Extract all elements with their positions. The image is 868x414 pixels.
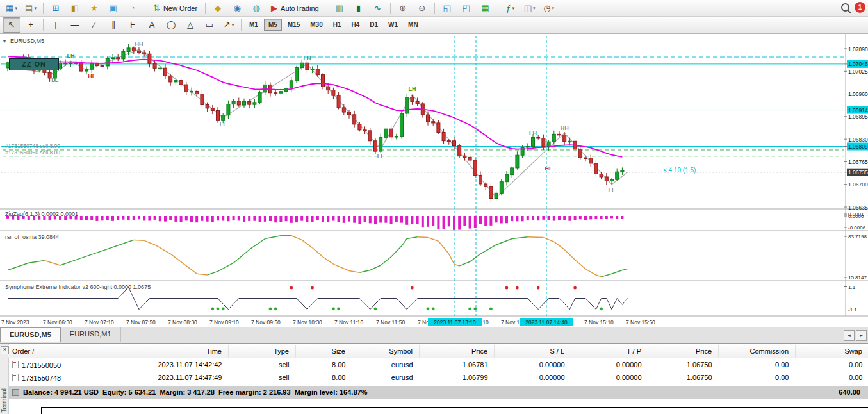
column-header-t-p[interactable]: T / P [571,345,648,358]
metaeditor-button[interactable]: ◆ [209,1,227,16]
ma-line [8,56,622,157]
profiles-button[interactable]: ▤▾ [22,1,40,16]
dropdown-caret-icon[interactable]: ▾ [512,6,514,11]
svg-text:LL: LL [377,153,384,160]
order-icon [12,361,19,368]
symphonie-red-dot [516,286,519,290]
timeframe-m15-button[interactable]: M15 [283,19,304,31]
timeframe-m1-button[interactable]: M1 [245,19,263,31]
timeframe-mn-button[interactable]: MN [404,19,423,31]
svg-text:7 Nov 15:10: 7 Nov 15:10 [584,319,614,326]
templates-button[interactable]: ◷▾ [540,1,558,16]
dropdown-caret-icon[interactable]: ▾ [552,6,555,11]
fibonacci-button[interactable]: F [124,17,142,33]
chart-canvas[interactable]: #1731550748 sell 8.00#1731550050 sell 8.… [0,34,868,327]
order-row[interactable]: 17315500502023.11.07 14:42:42sell8.00eur… [8,358,868,372]
terminal-window-button[interactable]: ▣ [104,1,122,16]
svg-text:1.06914: 1.06914 [848,107,868,113]
profiles-icon: ▤ [25,4,33,12]
column-header-swap[interactable]: Swap [796,345,868,358]
triangle-icon: △ [187,21,193,29]
trendline-icon: ∕ [94,21,95,29]
arrows-button[interactable]: ↗▾ [220,17,238,33]
autotrading-button[interactable]: ▶AutoTrading [266,1,323,16]
indicators-button[interactable]: ƒ▾ [502,1,520,16]
bar-chart-icon: ▥ [335,4,343,12]
timeframe-m5-button[interactable]: M5 [264,19,282,31]
cascade-windows-icon: ◰ [462,4,470,12]
dropdown-caret-icon[interactable]: ▾ [34,6,37,11]
column-header-type[interactable]: Type [229,345,296,358]
periods-button[interactable]: ◫▾ [521,1,539,16]
ellipse-button[interactable]: ◯ [162,17,180,33]
svg-text:HH: HH [135,41,143,47]
zz-toggle-button[interactable]: ZZ ON [9,58,59,70]
column-header-price[interactable]: Price [648,345,719,358]
navigator-button[interactable]: ★ [85,1,103,16]
chart-tab-eurusd-m1[interactable]: EURUSD,M1 [61,327,121,342]
new-chart-button[interactable]: ▦▾ [3,1,20,16]
arrange-windows-button[interactable]: ▦ [477,1,495,16]
horizontal-line-button[interactable]: — [66,17,84,33]
sort-indicator[interactable]: / [32,347,34,355]
timeframe-d1-button[interactable]: D1 [365,19,382,31]
periods-icon: ◫ [524,4,532,12]
column-header-symbol[interactable]: Symbol [352,345,420,358]
triangle-button[interactable]: △ [181,17,199,33]
zoom-out-button[interactable]: ⊖ [413,1,431,16]
notification-badge[interactable]: 1 [855,2,865,13]
experts-button[interactable]: ◉ [228,1,246,16]
candlestick-chart-button[interactable]: ▮ [350,1,368,16]
new-order-button[interactable]: ⇅New Order [149,1,202,16]
svg-text:LH: LH [529,130,537,137]
equidistant-channel-button[interactable]: ∥ [104,17,122,33]
toolbar-separator [327,3,327,14]
market-watch-button[interactable]: ⊞ [47,1,65,16]
zoom-in-button[interactable]: ⊕ [394,1,412,16]
svg-text:▾: ▾ [3,38,6,44]
vertical-line-button[interactable]: | [47,17,65,33]
column-header-commission[interactable]: Commission [719,345,796,358]
tile-windows-button[interactable]: ◱ [438,1,456,16]
dropdown-caret-icon[interactable]: ▾ [533,6,536,11]
timeframe-h4-button[interactable]: H4 [347,19,364,31]
line-chart-button[interactable]: ∿ [369,1,387,16]
candlestick-chart-icon: ▮ [356,4,361,12]
search-icon[interactable] [841,3,849,12]
column-header-s-l[interactable]: S / L [495,345,571,358]
column-header-size[interactable]: Size [296,345,352,358]
column-header-price[interactable]: Price [420,345,495,358]
terminal-close-button[interactable]: × [1,346,9,354]
timeframe-w1-button[interactable]: W1 [384,19,402,31]
timeframe-m30-button[interactable]: M30 [306,19,327,31]
data-window-button[interactable]: ◧ [66,1,84,16]
bar-chart-button[interactable]: ▥ [331,1,348,16]
community-button[interactable]: ◍ [247,1,265,16]
toolbar-separator [43,3,44,14]
toolbar-separator [43,19,44,31]
cursor-button[interactable]: ↖ [3,17,20,33]
trendline-button[interactable]: ∕ [85,17,103,33]
dropdown-caret-icon[interactable]: ▾ [232,22,234,28]
cascade-windows-button[interactable]: ◰ [457,1,475,16]
new-chart-icon: ▦ [6,4,13,12]
chart-area[interactable]: #1731550748 sell 8.00#1731550050 sell 8.… [0,33,868,327]
order-row[interactable]: 17315507482023.11.07 14:47:49sell8.00eur… [8,371,868,384]
chart-grid [0,34,868,316]
svg-text:2023.11.07 14:40: 2023.11.07 14:40 [525,319,568,326]
column-header-time[interactable]: Time [83,345,229,358]
text-label-button[interactable]: A [143,17,161,33]
dropdown-caret-icon[interactable]: ▾ [15,6,17,11]
crosshair-button[interactable]: + [22,17,40,33]
terminal-window-icon: ▣ [110,4,117,12]
svg-text:LL: LL [220,121,227,128]
balance-row[interactable]: Balance: 4 994.21 USD Equity: 5 634.21 M… [8,386,868,399]
tab-scroll-right-button[interactable]: ▸ [856,330,867,341]
timeframe-h1-button[interactable]: H1 [329,19,346,31]
chart-tab-eurusd-m5[interactable]: EURUSD,M5 [0,327,61,342]
column-header-order[interactable]: Order / [8,345,83,358]
tab-scroll-left-button[interactable]: ◂ [844,330,855,341]
vertical-line-icon: | [54,21,56,29]
strategy-tester-button[interactable]: ◔ [124,1,142,16]
rectangle-button[interactable]: ▭ [201,17,218,33]
